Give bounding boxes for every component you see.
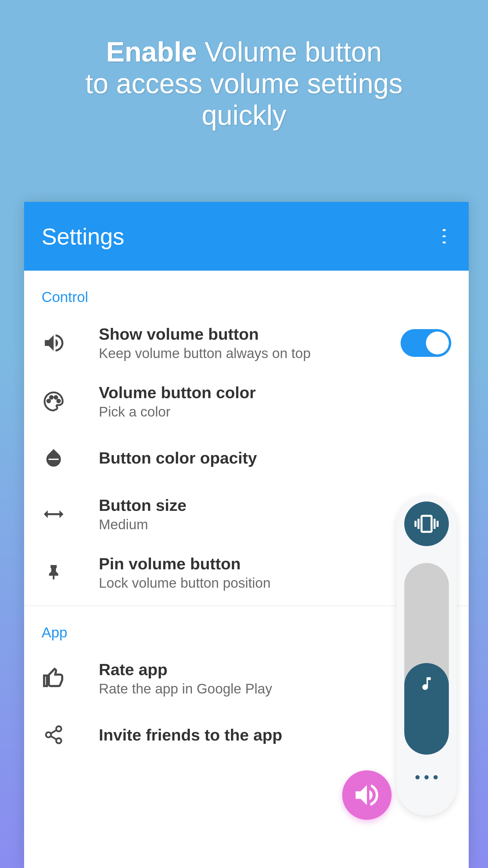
volume-panel-more-button[interactable] [415,767,438,788]
more-horiz-icon [424,775,429,779]
item-text: Show volume button Keep volume button al… [99,324,401,361]
item-button-color-opacity[interactable]: Button color opacity [24,431,469,485]
more-vert-icon [443,236,446,238]
svg-line-9 [51,736,56,739]
more-horiz-icon [415,775,420,779]
more-vert-icon [443,241,446,244]
resize-horizontal-icon [41,502,66,526]
promo-line1-rest: Volume button [197,36,382,67]
app-bar: Settings [24,202,469,271]
volume-slider-fill [404,663,449,755]
toggle-show-volume[interactable] [401,329,451,357]
svg-point-3 [57,400,60,402]
section-header-control: Control [24,271,469,314]
item-title: Button color opacity [99,448,451,467]
floating-volume-button[interactable] [342,770,392,820]
svg-point-1 [50,396,53,399]
pin-icon [41,561,66,585]
volume-icon [352,780,382,810]
item-subtitle: Keep volume button always on top [99,345,401,361]
item-title: Button size [99,496,451,515]
more-horiz-icon [433,775,438,779]
promo-strong: Enable [106,36,197,67]
vibrate-mode-button[interactable] [404,501,449,546]
item-subtitle: Pick a color [99,404,451,420]
volume-slider[interactable] [404,563,449,755]
item-text: Volume button color Pick a color [99,383,451,420]
volume-icon [41,331,66,355]
more-vert-icon [443,229,446,231]
item-title: Volume button color [99,383,451,402]
item-volume-button-color[interactable]: Volume button color Pick a color [24,372,469,431]
svg-point-0 [47,400,50,402]
promo-line-2: to access volume settings [24,68,464,99]
more-options-button[interactable] [437,229,451,244]
promo-line-3: quickly [24,99,464,131]
share-icon [41,723,66,747]
vibrate-icon [415,512,438,536]
thumb-up-icon [41,666,66,690]
svg-point-7 [56,738,61,743]
volume-panel-overlay [396,496,457,815]
promo-line-1: Enable Volume button [24,36,464,68]
svg-line-8 [51,730,56,733]
item-text: Button color opacity [99,448,451,467]
switch-on-icon [401,329,451,357]
opacity-icon [41,446,66,470]
promo-header: Enable Volume button to access volume se… [0,0,488,149]
palette-icon [41,390,66,413]
page-title: Settings [41,223,124,250]
item-show-volume-button[interactable]: Show volume button Keep volume button al… [24,314,469,372]
svg-point-2 [55,396,57,399]
svg-point-6 [46,733,51,738]
svg-point-5 [56,726,61,732]
item-title: Show volume button [99,324,401,343]
music-note-icon [418,675,435,692]
